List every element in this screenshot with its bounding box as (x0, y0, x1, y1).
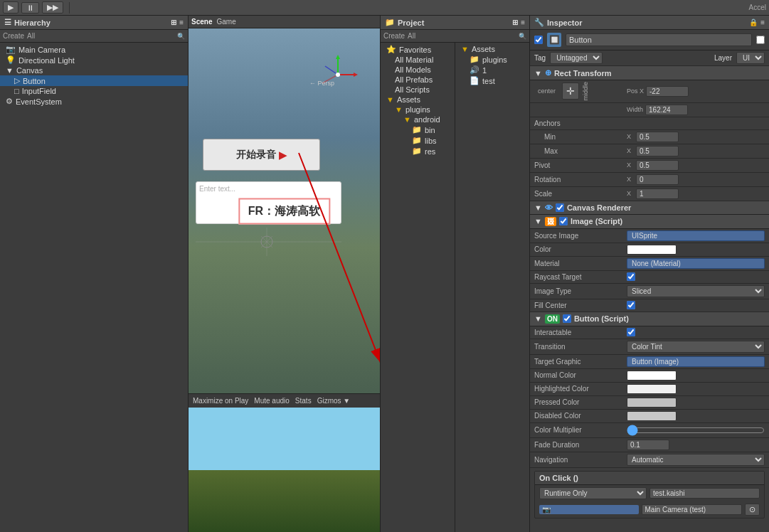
hierarchy-item-inputfield[interactable]: □ InputField (0, 86, 188, 96)
object-active-checkbox[interactable] (534, 36, 543, 44)
highlighted-color-swatch[interactable] (627, 384, 677, 394)
project-audio-file[interactable]: 🔊 1 (455, 65, 529, 75)
image-script-checkbox[interactable] (559, 217, 568, 225)
source-image-btn[interactable]: UISprite (627, 230, 765, 241)
anchors-max-x-input[interactable] (636, 146, 679, 156)
anchors-min-label: Min (534, 133, 627, 141)
project-libs-folder[interactable]: 📁 libs (381, 135, 455, 146)
on-click-camera-icon: 📷 (539, 505, 639, 514)
button-script-header[interactable]: ▼ ON Button (Script) (530, 312, 769, 326)
project-search[interactable]: 🔍 (519, 33, 526, 40)
tag-dropdown[interactable]: Untagged (550, 52, 603, 64)
target-graphic-value: Button (Image) (627, 356, 765, 367)
project-fav-models[interactable]: All Models (381, 65, 455, 75)
rect-transform-label: Rect Transform (554, 69, 612, 78)
fade-duration-input[interactable] (627, 440, 669, 450)
mute-audio-btn[interactable]: Mute audio (254, 397, 289, 405)
pause-btn[interactable]: ⏸ (21, 2, 39, 14)
android-folder-icon: ▼ (403, 115, 411, 124)
hierarchy-search[interactable]: 🔍 (177, 33, 185, 40)
normal-color-swatch[interactable] (627, 371, 677, 381)
persp-label: ← Persp (309, 80, 334, 87)
width-input[interactable] (645, 105, 688, 115)
on-click-method-input[interactable] (649, 488, 760, 499)
middle-label: middle (582, 82, 589, 101)
raycast-row: Raycast Target (530, 271, 769, 284)
project-assets-right-header[interactable]: ▼ Assets (455, 44, 529, 54)
raycast-checkbox[interactable] (627, 272, 635, 281)
hierarchy-item-main-camera[interactable]: 📷 Main Camera (0, 44, 188, 55)
hierarchy-expand-icon[interactable]: ⊞ (171, 18, 176, 26)
canvas-renderer-header[interactable]: ▼ 👁 Canvas Renderer (530, 201, 769, 215)
project-res-folder[interactable]: 📁 res (381, 146, 455, 156)
project-create-btn[interactable]: Create (383, 32, 405, 40)
project-fav-prefabs[interactable]: All Prefabs (381, 75, 455, 85)
image-type-dropdown[interactable]: Sliced (627, 285, 765, 297)
play-btn[interactable]: ▶ (3, 1, 18, 14)
project-bin-folder[interactable]: 📁 bin (381, 124, 455, 135)
image-script-header[interactable]: ▼ 🖼 Image (Script) (530, 215, 769, 229)
hierarchy-all-btn[interactable]: All (27, 32, 35, 40)
rotation-x-input[interactable] (636, 174, 679, 185)
hierarchy-menu-icon[interactable]: ≡ (179, 18, 184, 26)
project-fav-material[interactable]: All Material (381, 55, 455, 65)
hierarchy-item-canvas[interactable]: ▼ Canvas (0, 65, 188, 75)
color-swatch[interactable] (627, 245, 677, 255)
target-graphic-btn[interactable]: Button (Image) (627, 356, 765, 367)
anchors-min-x-input[interactable] (636, 132, 679, 142)
fill-center-checkbox[interactable] (627, 301, 635, 309)
inspector-lock-icon[interactable]: 🔒 (749, 18, 758, 26)
object-name-input[interactable] (566, 33, 752, 46)
raycast-label: Raycast Target (534, 273, 627, 281)
hierarchy-item-eventsystem[interactable]: ⚙ EventSystem (0, 96, 188, 107)
pos-x-input[interactable] (646, 86, 689, 97)
material-btn[interactable]: None (Material) (627, 258, 765, 269)
step-btn[interactable]: ▶▶ (42, 1, 63, 14)
disabled-color-swatch[interactable] (627, 411, 677, 421)
scale-x-input[interactable] (636, 188, 679, 199)
fill-center-row: Fill Center (530, 299, 769, 312)
image-script-icon: 🖼 (545, 217, 556, 226)
project-android-folder[interactable]: ▼ android (381, 115, 455, 124)
project-all-btn[interactable]: All (408, 32, 415, 40)
transition-dropdown[interactable]: Color Tint (627, 341, 765, 353)
anchor-widget[interactable]: ✛ (562, 83, 579, 100)
navigation-dropdown[interactable]: Automatic (627, 454, 765, 466)
pressed-color-swatch[interactable] (627, 398, 677, 408)
anchors-max-label: Max (534, 147, 627, 155)
hierarchy-item-button[interactable]: ▷ Button (0, 75, 188, 86)
pivot-x-input[interactable] (636, 160, 679, 171)
game-tab[interactable]: Game (216, 18, 235, 26)
gizmos-btn[interactable]: Gizmos ▼ (317, 397, 351, 405)
project-menu-icon[interactable]: ≡ (521, 18, 525, 26)
on-click-object-input[interactable] (642, 504, 743, 515)
project-plugins-folder[interactable]: ▼ plugins (381, 105, 455, 115)
on-click-runtime-dropdown[interactable]: Runtime Only (539, 487, 647, 499)
canvas-renderer-checkbox[interactable] (556, 203, 564, 212)
layer-dropdown[interactable]: UI (736, 52, 765, 64)
layer-label: Layer (714, 54, 732, 62)
image-type-row: Image Type Sliced (530, 284, 769, 299)
project-expand-icon[interactable]: ⊞ (512, 18, 518, 26)
hierarchy-item-directional-light[interactable]: 💡 Directional Light (0, 55, 188, 65)
color-multiplier-slider[interactable] (627, 425, 765, 436)
rotation-label: Rotation (534, 176, 627, 183)
project-favorites-header[interactable]: ⭐ Favorites (381, 44, 455, 55)
button-script-checkbox[interactable] (563, 314, 571, 323)
maximize-on-play-btn[interactable]: Maximize on Play (193, 397, 248, 405)
assets-folder-icon: ▼ (386, 95, 394, 104)
scene-tab[interactable]: Scene (191, 18, 212, 26)
project-plugins-right[interactable]: 📁 plugins (455, 54, 529, 65)
project-assets-header[interactable]: ▼ Assets (381, 95, 455, 105)
stats-btn[interactable]: Stats (295, 397, 312, 405)
inspector-panel: 🔧 Inspector 🔒 ≡ 🔲 Tag Untagged La (530, 16, 769, 532)
on-click-select-btn[interactable]: ⊙ (745, 504, 760, 516)
object-static-checkbox[interactable] (756, 36, 765, 44)
inspector-menu-icon[interactable]: ≡ (760, 18, 765, 26)
project-test-file[interactable]: 📄 test (455, 75, 529, 86)
hierarchy-create-btn[interactable]: Create (3, 32, 24, 40)
rect-transform-header[interactable]: ▼ ⊕ Rect Transform (530, 66, 769, 80)
interactable-checkbox[interactable] (627, 328, 635, 336)
project-fav-scripts[interactable]: All Scripts (381, 85, 455, 95)
material-label: Material (534, 260, 627, 267)
